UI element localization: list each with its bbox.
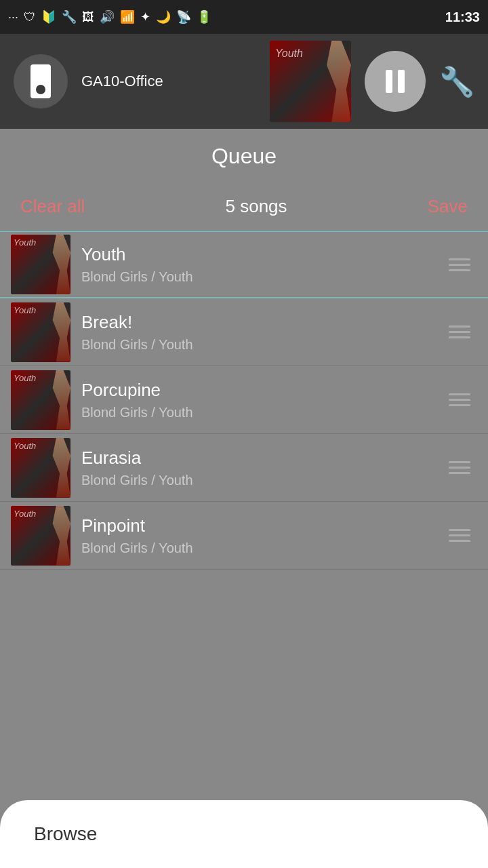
drag-handle-3[interactable]	[442, 454, 477, 481]
player-bar: GA10-Office Youth 🔧	[0, 34, 488, 129]
table-row[interactable]: Youth Pinpoint Blond Girls / Youth	[0, 502, 488, 570]
song-subtitle-3: Blond Girls / Youth	[81, 473, 442, 488]
song-thumb-inner-3: Youth	[11, 438, 70, 498]
song-title-2: Porcupine	[81, 380, 442, 401]
song-thumb-2: Youth	[11, 370, 70, 430]
album-art-text: Youth	[275, 47, 303, 60]
pause-bar-left	[386, 70, 392, 93]
song-title-3: Eurasia	[81, 448, 442, 469]
clock: 11:33	[445, 9, 480, 25]
drag-handle-2[interactable]	[442, 387, 477, 413]
pause-bar-right	[398, 70, 405, 93]
security-icon: 🔰	[41, 9, 56, 24]
song-info-4: Pinpoint Blond Girls / Youth	[81, 515, 442, 556]
song-title-1: Break!	[81, 312, 442, 333]
song-subtitle-2: Blond Girls / Youth	[81, 405, 442, 420]
song-subtitle-0: Blond Girls / Youth	[81, 269, 442, 285]
status-bar: ··· 🛡 🔰 🔧 🖼 🔊 📶 ✦ 🌙 📡 🔋 11:33	[0, 0, 488, 34]
browse-label[interactable]: Browse	[34, 823, 97, 845]
queue-header: Queue	[0, 129, 488, 183]
table-row[interactable]: Youth Break! Blond Girls / Youth	[0, 298, 488, 366]
song-thumb-4: Youth	[11, 506, 70, 566]
drag-handle-1[interactable]	[442, 319, 477, 345]
song-info-2: Porcupine Blond Girls / Youth	[81, 380, 442, 420]
pause-button[interactable]	[365, 51, 426, 112]
song-info-0: Youth Blond Girls / Youth	[81, 244, 442, 285]
device-icon-shape	[30, 64, 51, 98]
song-thumb-1: Youth	[11, 302, 70, 362]
pause-icon	[386, 70, 405, 93]
device-name: GA10-Office	[81, 73, 256, 90]
moon-icon: 🌙	[156, 9, 171, 24]
wifi-icon: 📶	[120, 9, 135, 24]
clear-all-button[interactable]: Clear all	[20, 196, 85, 217]
table-row[interactable]: Youth Eurasia Blond Girls / Youth	[0, 434, 488, 502]
signal-icon: 📡	[176, 9, 191, 24]
shield-icon: 🛡	[24, 10, 36, 24]
menu-icon: ···	[8, 10, 18, 24]
song-info-1: Break! Blond Girls / Youth	[81, 312, 442, 353]
song-thumb-0: Youth	[11, 235, 70, 294]
wrench-small-icon: 🔧	[62, 9, 77, 24]
song-thumb-inner-1: Youth	[11, 302, 70, 362]
settings-icon[interactable]: 🔧	[439, 65, 474, 98]
song-list: Youth Youth Blond Girls / Youth Youth Br…	[0, 231, 488, 570]
song-subtitle-1: Blond Girls / Youth	[81, 337, 442, 353]
album-art[interactable]: Youth	[270, 41, 351, 122]
bottom-bar[interactable]: Browse	[0, 800, 488, 868]
save-button[interactable]: Save	[428, 196, 468, 217]
drag-handle-4[interactable]	[442, 522, 477, 549]
song-info-3: Eurasia Blond Girls / Youth	[81, 448, 442, 488]
songs-count: 5 songs	[226, 196, 287, 217]
song-title-4: Pinpoint	[81, 515, 442, 536]
queue-controls: Clear all 5 songs Save	[0, 183, 488, 231]
image-icon: 🖼	[82, 10, 94, 24]
table-row[interactable]: Youth Porcupine Blond Girls / Youth	[0, 366, 488, 434]
song-subtitle-4: Blond Girls / Youth	[81, 540, 442, 556]
song-title-0: Youth	[81, 244, 442, 265]
drag-handle-0[interactable]	[442, 252, 477, 278]
status-icons: ··· 🛡 🔰 🔧 🖼 🔊 📶 ✦ 🌙 📡 🔋	[8, 9, 211, 24]
battery-icon: 🔋	[197, 9, 211, 24]
album-art-inner: Youth	[270, 41, 351, 122]
device-icon	[14, 54, 68, 108]
song-thumb-inner-0: Youth	[11, 235, 70, 294]
album-figure	[302, 41, 351, 122]
queue-title: Queue	[211, 144, 277, 169]
speaker-icon: 🔊	[100, 9, 115, 24]
song-thumb-inner-4: Youth	[11, 506, 70, 566]
song-thumb-3: Youth	[11, 438, 70, 498]
song-thumb-inner-2: Youth	[11, 370, 70, 430]
table-row[interactable]: Youth Youth Blond Girls / Youth	[0, 231, 488, 298]
bluetooth-icon: ✦	[140, 9, 150, 24]
